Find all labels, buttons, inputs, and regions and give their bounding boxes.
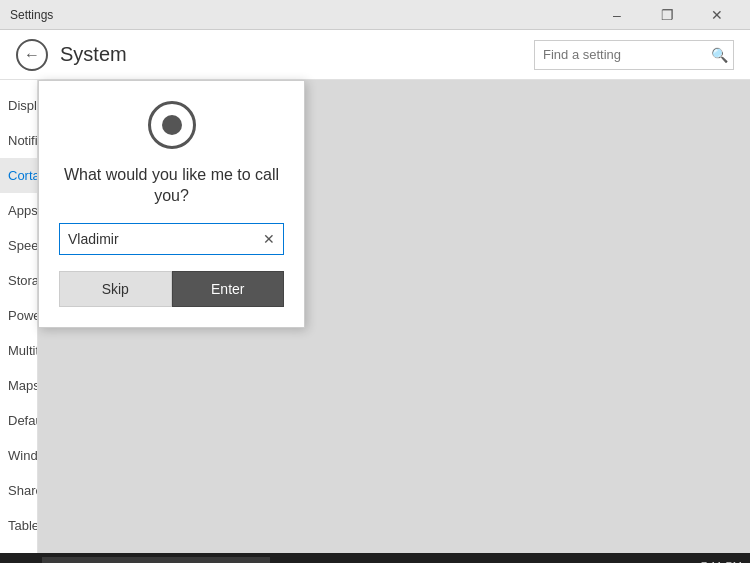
back-button[interactable]: ← [16, 39, 48, 71]
store-button[interactable]: 🛒 [390, 553, 426, 563]
taskbar-app-icons: ⧉ 🌐 📁 🛒 ⚙ [272, 553, 468, 563]
sidebar-item-multitasking[interactable]: Multit... [0, 333, 37, 368]
skip-button[interactable]: Skip [59, 271, 172, 307]
content-area: Display Notifi... Corta... Apps Speec...… [0, 80, 750, 553]
header: ← System 🔍 [0, 30, 750, 80]
name-input-row[interactable]: ✕ [59, 223, 284, 255]
start-button[interactable]: ⊞ [0, 553, 40, 563]
title-bar-controls: – ❐ ✕ [594, 0, 740, 30]
tray-time: 7:11 PM [693, 559, 742, 563]
task-view-button[interactable]: ⧉ [276, 553, 312, 563]
sidebar-item-power[interactable]: Power [0, 298, 37, 333]
clear-button[interactable]: ✕ [255, 225, 283, 253]
modal-buttons: Skip Enter [59, 271, 284, 307]
sidebar: Display Notifi... Corta... Apps Speec...… [0, 80, 38, 553]
system-tray: ∧ 📶 🔊 💬 7:11 PM 3/14/2015 [608, 559, 750, 563]
enter-button[interactable]: Enter [172, 271, 285, 307]
sidebar-item-apps[interactable]: Apps [0, 193, 37, 228]
cortana-inner-circle [162, 115, 182, 135]
sidebar-item-storage[interactable]: Storag... [0, 263, 37, 298]
tray-clock[interactable]: 7:11 PM 3/14/2015 [693, 559, 742, 563]
search-icon: 🔍 [711, 47, 728, 63]
name-dialog: What would you like me to call you? ✕ Sk… [38, 80, 305, 328]
header-search-input[interactable] [543, 47, 711, 62]
close-button[interactable]: ✕ [694, 0, 740, 30]
sidebar-item-display[interactable]: Display [0, 88, 37, 123]
main-content-area: Cortana & search Customize Cortana & sea… [38, 80, 750, 553]
settings-button[interactable]: ⚙ [428, 553, 464, 563]
edge-button[interactable]: 🌐 [314, 553, 350, 563]
title-bar: Settings – ❐ ✕ [0, 0, 750, 30]
sidebar-item-share[interactable]: Share [0, 473, 37, 508]
sidebar-item-default-apps[interactable]: Defau... [0, 403, 37, 438]
taskbar: ⊞ Ask me anything 🎤 ⧉ 🌐 📁 🛒 ⚙ ∧ 📶 🔊 💬 7:… [0, 553, 750, 563]
maximize-button[interactable]: ❐ [644, 0, 690, 30]
sidebar-item-maps[interactable]: Maps [0, 368, 37, 403]
modal-overlay: What would you like me to call you? ✕ Sk… [38, 80, 750, 553]
sidebar-item-windows[interactable]: Wind... [0, 438, 37, 473]
modal-question: What would you like me to call you? [59, 165, 284, 207]
title-bar-title: Settings [10, 8, 594, 22]
sidebar-item-cortana[interactable]: Corta... [0, 158, 37, 193]
sidebar-item-tablet[interactable]: Tablet [0, 508, 37, 543]
header-search-box[interactable]: 🔍 [534, 40, 734, 70]
cortana-avatar [148, 101, 196, 149]
taskbar-search-box[interactable]: Ask me anything 🎤 [42, 557, 270, 563]
file-explorer-button[interactable]: 📁 [352, 553, 388, 563]
minimize-button[interactable]: – [594, 0, 640, 30]
main-window: ← System 🔍 Display Notifi... Corta... Ap… [0, 30, 750, 553]
sidebar-item-speech[interactable]: Speec... [0, 228, 37, 263]
page-title: System [60, 43, 534, 66]
sidebar-item-notifications[interactable]: Notifi... [0, 123, 37, 158]
name-input[interactable] [60, 231, 255, 247]
